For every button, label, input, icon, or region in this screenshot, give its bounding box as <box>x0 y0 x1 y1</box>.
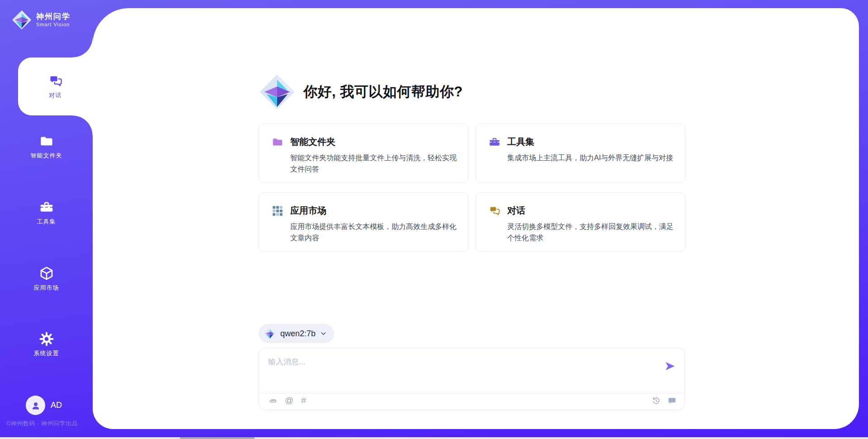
message-input[interactable] <box>259 348 684 391</box>
app-root: 神州问学 Smart Vision 对话 智能文件夹 <box>0 0 868 439</box>
mention-icon: @ <box>285 396 293 406</box>
card-description: 灵活切换多模型文件，支持多样回复效果调试，满足个性化需求 <box>489 221 674 243</box>
attach-file-button[interactable] <box>268 396 277 406</box>
chat-bubbles-icon <box>48 74 63 88</box>
greeting-title: 你好, 我可以如何帮助你? <box>303 82 463 101</box>
sidebar-item-folders[interactable]: 智能文件夹 <box>0 134 93 164</box>
topic-button[interactable]: # <box>301 396 306 406</box>
card-title: 应用市场 <box>290 205 326 217</box>
card-smart-folders[interactable]: 智能文件夹 智能文件夹功能支持批量文件上传与清洗，轻松实现文件问答 <box>259 124 468 183</box>
model-name: qwen2:7b <box>280 329 316 339</box>
brand-logo: 神州问学 Smart Vision <box>12 10 71 30</box>
card-app-market[interactable]: 应用市场 应用市场提供丰富长文本模板，助力高效生成多样化文章内容 <box>259 192 468 252</box>
brand-gem-icon <box>12 10 32 30</box>
brand-name-cn: 神州问学 <box>36 12 71 21</box>
composer-divider <box>259 393 684 394</box>
sidebar-item-label: 对话 <box>49 91 62 100</box>
sidebar-item-market[interactable]: 应用市场 <box>0 266 93 296</box>
sidebar-item-tools[interactable]: 工具集 <box>0 200 93 230</box>
sidebar-item-chat[interactable]: 对话 <box>18 57 93 115</box>
model-gem-icon <box>264 328 276 339</box>
mention-button[interactable]: @ <box>285 396 293 406</box>
toolbox-icon <box>39 200 54 215</box>
user-name: AD <box>51 401 62 410</box>
composer-toolbar: @ # <box>268 396 306 406</box>
sidebar-item-label: 应用市场 <box>34 284 59 292</box>
person-icon <box>30 400 41 411</box>
sidebar-item-label: 智能文件夹 <box>31 152 62 160</box>
card-title: 智能文件夹 <box>290 136 335 148</box>
hash-icon: # <box>301 396 306 406</box>
toolbox-icon <box>489 136 500 148</box>
copyright-text: ©神州数码 · 神州问学出品 <box>6 420 97 428</box>
brand-name-en: Smart Vision <box>36 22 71 28</box>
hero-gem-icon <box>259 74 295 110</box>
send-icon <box>664 360 676 372</box>
chat-bubbles-icon <box>489 205 500 217</box>
card-description: 应用市场提供丰富长文本模板，助力高效生成多样化文章内容 <box>272 221 457 243</box>
send-button[interactable] <box>664 360 676 372</box>
card-description: 集成市场上主流工具，助力AI与外界无缝扩展与对接 <box>489 152 674 163</box>
chevron-down-icon <box>320 330 327 337</box>
card-chat[interactable]: 对话 灵活切换多模型文件，支持多样回复效果调试，满足个性化需求 <box>476 192 685 252</box>
sidebar-item-label: 工具集 <box>37 218 56 226</box>
horizontal-scrollbar <box>0 437 868 439</box>
paperclip-icon <box>268 396 277 405</box>
model-selector[interactable]: qwen2:7b <box>259 324 334 343</box>
hero-greeting: 你好, 我可以如何帮助你? <box>259 74 463 110</box>
feature-cards: 智能文件夹 智能文件夹功能支持批量文件上传与清洗，轻松实现文件问答 工具集 集成… <box>259 124 685 252</box>
card-title: 工具集 <box>507 136 534 148</box>
grid-icon <box>272 205 283 217</box>
history-icon <box>652 396 660 405</box>
card-title: 对话 <box>507 205 525 217</box>
folder-icon <box>39 134 54 148</box>
cube-icon <box>39 266 54 281</box>
card-description: 智能文件夹功能支持批量文件上传与清洗，轻松实现文件问答 <box>272 152 457 175</box>
history-button[interactable] <box>652 396 660 406</box>
gear-icon <box>39 332 54 346</box>
sidebar-item-label: 系统设置 <box>34 349 59 358</box>
card-toolset[interactable]: 工具集 集成市场上主流工具，助力AI与外界无缝扩展与对接 <box>476 124 685 183</box>
composer-toolbar-right <box>652 396 676 406</box>
folder-icon <box>272 136 283 148</box>
feedback-button[interactable] <box>668 396 676 406</box>
sidebar-item-settings[interactable]: 系统设置 <box>0 332 93 362</box>
scrollbar-thumb[interactable] <box>180 437 255 439</box>
message-composer: @ # <box>259 348 685 410</box>
comment-icon <box>668 396 676 405</box>
user-avatar[interactable] <box>26 396 45 415</box>
